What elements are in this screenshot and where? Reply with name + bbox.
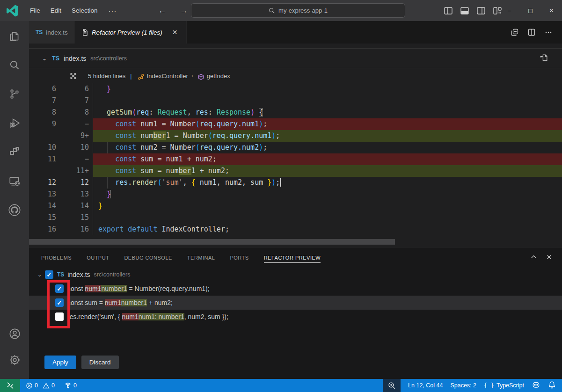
panel-tab-terminal[interactable]: TERMINAL — [187, 253, 215, 263]
code-line[interactable]: 1515 — [29, 212, 562, 224]
chevron-down-icon[interactable]: ⌄ — [42, 55, 47, 62]
panel-tab-ports[interactable]: PORTS — [230, 253, 248, 263]
diff-file-header[interactable]: ⌄ TS index.ts src\controllers — [29, 48, 562, 68]
go-back-icon[interactable]: ← — [157, 5, 168, 16]
remote-indicator[interactable] — [0, 379, 20, 392]
breadcrumb-class[interactable]: IndexController — [147, 73, 188, 80]
zoom-indicator[interactable] — [383, 379, 401, 392]
code-text: const sum = number1 + num2; — [93, 165, 562, 177]
open-changes-icon[interactable] — [511, 28, 519, 36]
code-line[interactable]: 1313 } — [29, 189, 562, 200]
forwarded-ports-count: 0 — [73, 382, 77, 389]
tab-refactor-preview[interactable]: Refactor Preview (1 files) ✕ — [75, 21, 187, 44]
refactor-change-row[interactable]: res.render('sum', { num1num1: number1, n… — [29, 310, 562, 324]
refactor-change-row[interactable]: ✓const sum = num1number1 + num2; — [29, 296, 562, 310]
go-forward-icon[interactable]: → — [178, 5, 190, 16]
scrollbar-slider[interactable] — [29, 239, 395, 245]
code-line[interactable]: 1414} — [29, 200, 562, 212]
more-actions-icon[interactable] — [544, 28, 553, 36]
run-and-debug-icon[interactable] — [7, 116, 22, 130]
chevron-down-icon[interactable]: ⌄ — [37, 272, 45, 278]
account-icon[interactable] — [7, 327, 22, 341]
modified-line-number: 8 — [59, 107, 93, 118]
tab-label: Refactor Preview (1 files) — [92, 29, 162, 36]
original-line-number: 7 — [29, 95, 59, 107]
ports-status[interactable]: 0 — [64, 382, 77, 389]
change-checkbox[interactable]: ✓ — [55, 284, 64, 293]
tree-file-row[interactable]: ⌄ ✓ TS index.ts src\controllers — [29, 268, 562, 282]
hidden-lines-label[interactable]: 5 hidden lines — [88, 73, 125, 80]
code-line[interactable]: 9+ const number1 = Number(req.query.num1… — [29, 130, 562, 142]
expand-hidden-lines-icon[interactable] — [58, 72, 88, 80]
panel-tab-debug-console[interactable]: DEBUG CONSOLE — [124, 253, 172, 263]
extensions-icon[interactable] — [7, 145, 22, 159]
code-text: getSum(req: Request, res: Response) { — [93, 107, 562, 118]
code-text: } — [93, 189, 562, 200]
code-line[interactable]: 1616export default IndexController; — [29, 224, 562, 235]
code-line[interactable]: 11+ const sum = number1 + num2; — [29, 165, 562, 177]
settings-gear-icon[interactable] — [7, 353, 22, 367]
maximize-button[interactable]: ◻ — [520, 0, 541, 21]
menu-file[interactable]: File — [25, 4, 45, 17]
toggle-panel-icon[interactable] — [460, 6, 469, 15]
remote-explorer-icon[interactable] — [7, 174, 22, 188]
refactor-change-row[interactable]: ✓const num1number1 = Number(req.query.nu… — [29, 282, 562, 296]
search-view-icon[interactable] — [7, 58, 22, 72]
indentation-status[interactable]: Spaces: 2 — [450, 382, 476, 389]
toggle-secondary-sidebar-icon[interactable] — [476, 6, 486, 15]
explorer-icon[interactable] — [7, 29, 22, 43]
code-text: } — [93, 83, 562, 95]
file-checkbox[interactable]: ✓ — [45, 270, 53, 279]
bottom-panel: PROBLEMSOUTPUTDEBUG CONSOLETERMINALPORTS… — [29, 248, 562, 379]
panel-close-icon[interactable] — [546, 254, 553, 262]
code-line[interactable]: 66 } — [29, 83, 562, 95]
toggle-primary-sidebar-icon[interactable] — [444, 6, 453, 15]
tab-index-ts[interactable]: TS index.ts — [29, 21, 75, 44]
minimize-button[interactable]: – — [499, 0, 520, 21]
discard-button[interactable]: Discard — [81, 356, 119, 369]
code-line[interactable]: 9− const num1 = Number(req.query.num1); — [29, 118, 562, 130]
menu-overflow-ellipsis[interactable]: ··· — [103, 5, 123, 16]
change-checkbox[interactable] — [55, 312, 64, 321]
code-line[interactable]: 88 getSum(req: Request, res: Response) { — [29, 107, 562, 118]
code-line[interactable]: 1010 const num2 = Number(req.query.num2)… — [29, 142, 562, 153]
menu-selection[interactable]: Selection — [66, 4, 103, 17]
original-line-number: 14 — [29, 200, 59, 212]
modified-line-number: 15 — [59, 212, 93, 224]
code-text: const sum = num1 + num2; — [93, 153, 562, 165]
change-text: res.render('sum', { num1num1: number1, n… — [67, 313, 228, 320]
apply-button[interactable]: Apply — [44, 356, 76, 369]
cursor-position[interactable]: Ln 12, Col 44 — [408, 382, 443, 389]
menu-edit[interactable]: Edit — [45, 4, 66, 17]
language-mode[interactable]: { } TypeScript — [484, 382, 524, 389]
tab-close-icon[interactable]: ✕ — [170, 28, 180, 37]
breadcrumb-method[interactable]: getIndex — [207, 73, 230, 80]
problems-status[interactable]: 0 0 — [26, 382, 55, 389]
text-cursor — [280, 178, 281, 187]
panel-tab-output[interactable]: OUTPUT — [87, 253, 109, 263]
panel-actions — [530, 254, 562, 262]
modified-line-number: − — [59, 118, 93, 130]
code-line[interactable]: 11− const sum = num1 + num2; — [29, 153, 562, 165]
panel-collapse-icon[interactable] — [530, 254, 537, 262]
change-checkbox[interactable]: ✓ — [55, 298, 64, 307]
code-text: export default IndexController; — [93, 224, 562, 235]
original-line-number: 11 — [29, 153, 59, 165]
file-name: index.ts — [64, 55, 86, 62]
code-text — [93, 95, 562, 107]
notifications-bell-icon[interactable] — [548, 381, 556, 390]
github-icon[interactable] — [7, 203, 22, 217]
go-to-file-icon[interactable] — [539, 53, 549, 64]
split-editor-icon[interactable] — [527, 28, 536, 36]
code-line[interactable]: 1212 res.render('sum', { num1, num2, sum… — [29, 177, 562, 189]
panel-tab-problems[interactable]: PROBLEMS — [41, 253, 72, 263]
command-center-search[interactable]: my-express-app-1 — [191, 3, 405, 18]
source-control-icon[interactable] — [7, 87, 22, 101]
modified-line-number: 12 — [59, 177, 93, 189]
copilot-status-icon[interactable] — [532, 380, 540, 391]
panel-tab-refactor-preview[interactable]: REFACTOR PREVIEW — [264, 253, 321, 263]
editor-tab-bar: TS index.ts Refactor Preview (1 files) ✕ — [29, 21, 562, 44]
close-button[interactable]: ✕ — [541, 0, 562, 21]
original-line-number: 9 — [29, 118, 59, 130]
code-line[interactable]: 77 — [29, 95, 562, 107]
